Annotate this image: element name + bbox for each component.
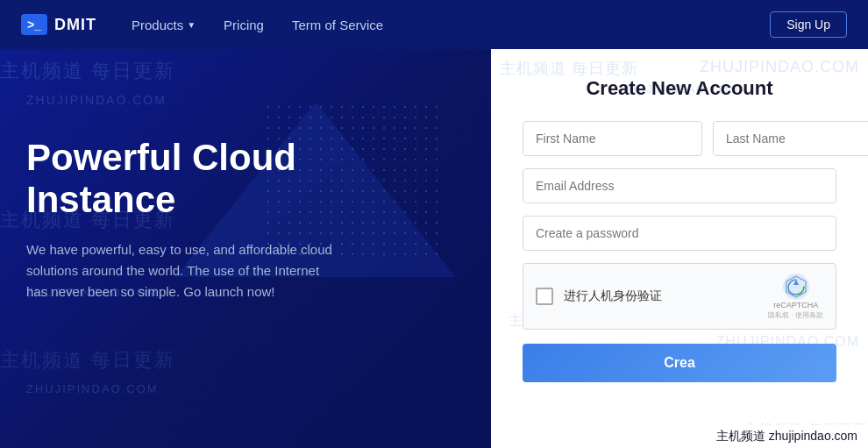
nav-links: Products ▼ Pricing Term of Service (132, 18, 770, 32)
hero-content: Powerful Cloud Instance We have powerful… (26, 137, 359, 302)
nav-pricing[interactable]: Pricing (224, 18, 264, 32)
logo-icon: >_ (21, 14, 47, 35)
navbar: >_ DMIT Products ▼ Pricing Term of Servi… (0, 0, 868, 49)
form-watermark-1: 主机频道 每日更新 (500, 58, 638, 79)
nav-products-label: Products (132, 18, 183, 32)
form-watermark-2: ZHUJIPINDAO.COM (700, 58, 859, 76)
hero-title: Powerful Cloud Instance (26, 137, 359, 222)
name-row (523, 121, 836, 156)
form-title: Create New Account (523, 77, 836, 100)
recaptcha-links: 隐私权 · 使用条款 (768, 310, 823, 320)
recaptcha-widget[interactable]: 进行人机身份验证 reCAPTCHA 隐私权 · 使用条款 (523, 263, 836, 330)
recaptcha-logo-icon (782, 273, 810, 301)
watermark-3: ZHUJIPINDAO.COM (26, 93, 167, 107)
recaptcha-checkbox[interactable] (536, 288, 553, 305)
watermark-9: ZHUJIPINDAO.COM (26, 382, 159, 395)
email-input[interactable] (523, 168, 836, 203)
logo[interactable]: >_ DMIT (21, 14, 96, 35)
chevron-down-icon: ▼ (187, 20, 196, 30)
recaptcha-badge: reCAPTCHA 隐私权 · 使用条款 (768, 273, 823, 320)
hero-section: 主机频道 每日更新 ZHUJIPINDAO.COM ZHUJIPINDAO.CO… (0, 49, 868, 448)
bottom-watermark-bar: 主机频道 zhujipindao.com (706, 425, 868, 448)
bottom-watermark-text: 主机频道 zhujipindao.com (716, 429, 857, 444)
password-input[interactable] (523, 216, 836, 251)
create-account-button[interactable]: Crea (523, 344, 836, 382)
recaptcha-brand: reCAPTCHA (773, 301, 818, 310)
recaptcha-label: 进行人机身份验证 (564, 288, 761, 304)
logo-text: DMIT (54, 16, 96, 34)
nav-pricing-label: Pricing (224, 18, 264, 32)
hero-subtitle: We have powerful, easy to use, and affor… (26, 239, 342, 302)
signup-form-panel: 主机频道 每日更新 ZHUJIPINDAO.COM ZHUJIPINDAO.CO… (491, 49, 868, 448)
watermark-8: 主机频道 每日更新 (0, 347, 175, 373)
first-name-input[interactable] (523, 121, 702, 156)
last-name-input[interactable] (713, 121, 868, 156)
nav-products[interactable]: Products ▼ (132, 18, 196, 32)
nav-tos[interactable]: Term of Service (292, 18, 383, 32)
watermark-1: 主机频道 每日更新 (0, 58, 175, 84)
signup-button[interactable]: Sign Up (770, 11, 847, 38)
nav-tos-label: Term of Service (292, 18, 383, 32)
